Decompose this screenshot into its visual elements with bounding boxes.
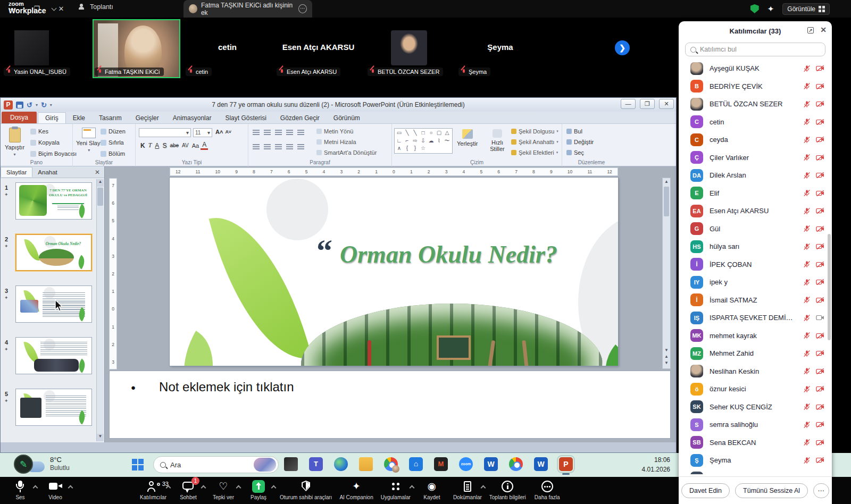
align-buttons[interactable] [253,144,304,149]
participant-row[interactable]: ö öznur kesici [679,380,832,398]
control-button[interactable]: Daha fazla [533,480,561,500]
font-style-button[interactable]: A [201,141,208,150]
ribbon-tab[interactable]: Görünüm [327,113,367,123]
ribbon-tab[interactable]: Giriş [38,112,66,123]
align-right-icon[interactable] [275,144,282,149]
video-tile[interactable]: cetin cetin [182,18,273,80]
invite-button[interactable]: Davet Edin [681,483,730,498]
edge-icon[interactable] [334,457,348,471]
shape-icon[interactable]: } [411,145,419,152]
chrome-profile-icon[interactable] [384,457,398,471]
ribbon-tab[interactable]: Geçişler [129,113,166,123]
paragraph-tool-button[interactable]: Metni Hizala [316,139,377,145]
chevron-up-icon[interactable] [201,485,206,491]
slides-small-button[interactable]: Düzen [101,128,126,135]
tab-outline[interactable]: Anahat [32,167,62,177]
taskbar-search[interactable]: Ara [153,456,279,473]
tab-more-icon[interactable]: ⋯ [298,4,307,13]
scroll-up-icon[interactable]: ▲ [97,179,104,187]
participant-row[interactable]: S semra salihoğlu [679,416,832,434]
more-options-button[interactable]: ⋯ [813,483,829,498]
microsoft-store-icon[interactable] [409,457,423,471]
taskbar-clock[interactable]: 18:06 4.01.2026 [642,455,670,474]
shape-icon[interactable]: ⇩ [419,137,427,144]
line-spacing-icon[interactable] [297,130,304,135]
grow-shrink-font[interactable]: A˄ A˅ [215,129,231,135]
columns-icon[interactable] [297,144,304,149]
shape-icon[interactable]: ╲ [403,129,411,136]
shape-icon[interactable]: ☆ [419,145,427,152]
control-button[interactable]: Dokümanlar [453,480,482,500]
control-button[interactable]: 1 Sohbet [174,480,202,500]
participant-row[interactable]: DA Dilek Arslan [679,166,832,184]
word-icon[interactable] [484,457,498,471]
view-button[interactable]: Görüntüle [782,3,830,15]
shape-icon[interactable]: { [403,145,411,152]
transition-star-icon[interactable]: ✦ [4,295,9,300]
transition-star-icon[interactable]: ✦ [4,347,9,352]
control-button[interactable]: Video [41,480,69,500]
slide-photo[interactable] [301,304,603,366]
m365-icon[interactable] [434,457,448,471]
scroll-down-icon[interactable]: ▼ [97,434,104,441]
widgets-icon[interactable] [284,457,298,471]
word-icon-2[interactable] [534,457,548,471]
participant-row[interactable]: C cetin [679,113,832,131]
slides-panel-scrollbar[interactable]: ▲ ▼ [96,179,104,441]
shape-icon[interactable]: □ [419,129,427,136]
indent-decrease-icon[interactable] [275,130,282,135]
clipboard-small-button[interactable]: Kes [30,128,77,135]
align-center-icon[interactable] [264,144,271,149]
slide-thumbnail[interactable] [15,337,92,374]
participant-row[interactable]: IY ipek y [679,273,832,291]
slide-thumbnail[interactable] [15,389,92,426]
shape-format-button[interactable]: Şekil Dolgusu ▾ [511,128,558,135]
control-button[interactable]: Toplantı bilgileri [489,480,526,500]
shape-format-button[interactable]: Şekil Anahattı ▾ [511,139,558,145]
transition-star-icon[interactable]: ✦ [4,398,9,404]
slide-thumbnail[interactable] [15,285,92,323]
font-style-button[interactable]: abe [168,142,180,148]
control-button[interactable]: ♡ Tepki ver [210,480,237,500]
tab-meeting[interactable]: Toplantı [79,3,113,11]
font-style-button[interactable]: AV [180,142,190,148]
chevron-up-icon[interactable] [409,485,414,491]
shape-icon[interactable]: ⌇ [435,137,443,144]
participant-row[interactable]: EA Esen Atçı AKARSU [679,202,832,220]
slide-canvas[interactable]: “ Orman Okulu Nedir? [170,178,618,366]
list-buttons[interactable] [253,130,304,135]
shapes-gallery[interactable]: ▭╲╲□○▢△∟⌐⇨⇩☁⌇〜∧{}☆ [394,128,453,154]
zoom-app-icon[interactable] [459,457,473,471]
video-tile[interactable]: BETÜL ÖZCAN SEZER [364,18,455,80]
participant-row[interactable]: Ayşegül KUŞAK [679,60,832,78]
font-size-combo[interactable]: 11▾ [193,128,212,137]
justify-icon[interactable] [286,144,293,149]
weather-temperature[interactable]: 8°C [50,456,62,464]
participant-row[interactable]: E Elif [679,184,832,203]
participant-row[interactable]: C ceyda [679,131,832,149]
chevron-up-icon[interactable] [236,485,241,491]
slide-thumbnail[interactable]: Orman Okulu Nedir? [15,234,92,271]
shape-icon[interactable]: 〜 [443,137,451,144]
slide-scrollbar[interactable]: ▲ ▼▲▼ [662,178,671,369]
video-tile[interactable]: Şeyma Şeyma [455,18,546,80]
shape-icon[interactable]: ∟ [395,137,403,144]
participant-row[interactable]: IŞ ISPARTA ŞEVKET DEMİREL ANAOKU... [679,309,832,327]
mute-all-button[interactable]: Tümünü Sessize Al [735,483,808,498]
participant-search-input[interactable]: Katılımcı bul [685,43,825,56]
participant-row[interactable]: İ İPEK ÇOBAN [679,256,832,274]
transition-star-icon[interactable]: ✦ [4,192,9,197]
weather-condition[interactable]: Bulutlu [50,464,70,472]
ribbon-tab[interactable]: Animasyonlar [166,113,219,123]
transition-star-icon[interactable]: ✦ [4,243,9,249]
tab-shared-screen[interactable]: Fatma TAŞKIN EKiCi adlı kişinin ek ⋯ [183,0,312,18]
teams-icon[interactable] [309,457,323,471]
slides-small-button[interactable]: Sıfırla [101,139,126,146]
chevron-up-icon[interactable] [68,485,73,491]
scroll-thumb[interactable] [664,187,669,216]
editing-button[interactable]: Seç [566,149,594,156]
participant-row[interactable]: Ş Şeyma [679,451,832,469]
control-button[interactable]: 33 Katılımcılar [139,480,167,500]
arrange-button[interactable]: Yerleştir [457,129,478,147]
ai-sparkle-icon[interactable]: ✦ [767,4,774,14]
